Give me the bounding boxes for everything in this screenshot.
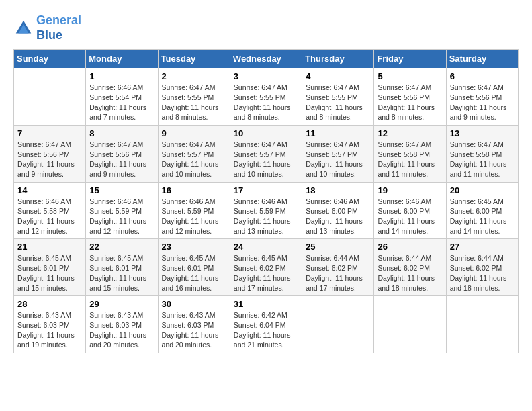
cell-info: Sunrise: 6:46 AMSunset: 5:59 PMDaylight:… <box>89 197 154 236</box>
cell-info: Sunrise: 6:46 AMSunset: 6:00 PMDaylight:… <box>378 197 442 236</box>
day-number: 30 <box>162 299 226 309</box>
day-number: 7 <box>17 128 82 138</box>
calendar-cell <box>446 296 518 353</box>
cell-info: Sunrise: 6:42 AMSunset: 6:04 PMDaylight:… <box>234 310 298 350</box>
calendar-cell: 30Sunrise: 6:43 AMSunset: 6:03 PMDayligh… <box>158 296 230 353</box>
day-number: 29 <box>89 299 154 309</box>
calendar-cell: 7Sunrise: 6:47 AMSunset: 5:56 PMDaylight… <box>14 125 86 182</box>
day-number: 10 <box>234 128 298 138</box>
calendar-cell <box>302 296 374 353</box>
calendar-cell: 24Sunrise: 6:45 AMSunset: 6:02 PMDayligh… <box>230 239 302 296</box>
cell-info: Sunrise: 6:47 AMSunset: 5:56 PMDaylight:… <box>378 83 442 122</box>
cell-info: Sunrise: 6:44 AMSunset: 6:02 PMDaylight:… <box>306 253 370 293</box>
day-number: 24 <box>234 242 298 252</box>
calendar-cell: 13Sunrise: 6:47 AMSunset: 5:58 PMDayligh… <box>446 125 518 182</box>
cell-info: Sunrise: 6:44 AMSunset: 6:02 PMDaylight:… <box>450 253 515 293</box>
calendar-cell: 6Sunrise: 6:47 AMSunset: 5:56 PMDaylight… <box>446 68 518 126</box>
day-number: 16 <box>162 185 226 195</box>
day-number: 12 <box>378 128 442 138</box>
day-number: 14 <box>17 185 82 195</box>
header-wednesday: Wednesday <box>230 50 302 68</box>
cell-info: Sunrise: 6:47 AMSunset: 5:58 PMDaylight:… <box>378 140 442 179</box>
day-number: 2 <box>162 71 226 81</box>
day-number: 6 <box>450 71 515 81</box>
cell-info: Sunrise: 6:47 AMSunset: 5:57 PMDaylight:… <box>162 140 226 179</box>
header-saturday: Saturday <box>446 50 518 68</box>
calendar-cell: 28Sunrise: 6:43 AMSunset: 6:03 PMDayligh… <box>14 296 86 353</box>
day-number: 1 <box>89 71 154 81</box>
cell-info: Sunrise: 6:47 AMSunset: 5:56 PMDaylight:… <box>17 140 82 179</box>
cell-info: Sunrise: 6:46 AMSunset: 5:54 PMDaylight:… <box>89 83 154 122</box>
header-thursday: Thursday <box>302 50 374 68</box>
logo-text: General Blue <box>36 13 81 42</box>
logo-icon <box>13 18 34 38</box>
day-number: 11 <box>306 128 370 138</box>
calendar-cell <box>374 296 446 353</box>
cell-info: Sunrise: 6:47 AMSunset: 5:58 PMDaylight:… <box>450 140 515 179</box>
day-number: 26 <box>378 242 442 252</box>
header-tuesday: Tuesday <box>158 50 230 68</box>
day-number: 27 <box>450 242 515 252</box>
day-number: 5 <box>378 71 442 81</box>
cell-info: Sunrise: 6:46 AMSunset: 6:00 PMDaylight:… <box>306 197 370 236</box>
calendar-cell: 1Sunrise: 6:46 AMSunset: 5:54 PMDaylight… <box>86 68 158 126</box>
calendar-cell: 17Sunrise: 6:46 AMSunset: 5:59 PMDayligh… <box>230 182 302 239</box>
day-number: 31 <box>234 299 298 309</box>
calendar-cell: 12Sunrise: 6:47 AMSunset: 5:58 PMDayligh… <box>374 125 446 182</box>
calendar-cell: 20Sunrise: 6:45 AMSunset: 6:00 PMDayligh… <box>446 182 518 239</box>
cell-info: Sunrise: 6:43 AMSunset: 6:03 PMDaylight:… <box>162 310 226 350</box>
calendar-cell: 27Sunrise: 6:44 AMSunset: 6:02 PMDayligh… <box>446 239 518 296</box>
calendar-cell: 9Sunrise: 6:47 AMSunset: 5:57 PMDaylight… <box>158 125 230 182</box>
calendar-week-row: 14Sunrise: 6:46 AMSunset: 5:58 PMDayligh… <box>14 182 519 239</box>
calendar-cell: 26Sunrise: 6:44 AMSunset: 6:02 PMDayligh… <box>374 239 446 296</box>
calendar-cell: 4Sunrise: 6:47 AMSunset: 5:55 PMDaylight… <box>302 68 374 126</box>
calendar-cell: 8Sunrise: 6:47 AMSunset: 5:56 PMDaylight… <box>86 125 158 182</box>
header-friday: Friday <box>374 50 446 68</box>
cell-info: Sunrise: 6:47 AMSunset: 5:57 PMDaylight:… <box>234 140 298 179</box>
day-number: 17 <box>234 185 298 195</box>
calendar-cell: 25Sunrise: 6:44 AMSunset: 6:02 PMDayligh… <box>302 239 374 296</box>
day-number: 3 <box>234 71 298 81</box>
calendar-week-row: 1Sunrise: 6:46 AMSunset: 5:54 PMDaylight… <box>14 68 519 126</box>
logo: General Blue <box>13 13 81 42</box>
page-header: General Blue <box>13 13 519 42</box>
calendar-week-row: 7Sunrise: 6:47 AMSunset: 5:56 PMDaylight… <box>14 125 519 182</box>
day-number: 8 <box>89 128 154 138</box>
calendar-cell: 22Sunrise: 6:45 AMSunset: 6:01 PMDayligh… <box>86 239 158 296</box>
cell-info: Sunrise: 6:43 AMSunset: 6:03 PMDaylight:… <box>17 310 82 350</box>
cell-info: Sunrise: 6:45 AMSunset: 6:02 PMDaylight:… <box>234 253 298 293</box>
cell-info: Sunrise: 6:47 AMSunset: 5:56 PMDaylight:… <box>450 83 515 122</box>
calendar-cell: 31Sunrise: 6:42 AMSunset: 6:04 PMDayligh… <box>230 296 302 353</box>
calendar-cell: 2Sunrise: 6:47 AMSunset: 5:55 PMDaylight… <box>158 68 230 126</box>
calendar-cell: 16Sunrise: 6:46 AMSunset: 5:59 PMDayligh… <box>158 182 230 239</box>
calendar-cell: 3Sunrise: 6:47 AMSunset: 5:55 PMDaylight… <box>230 68 302 126</box>
calendar-cell: 15Sunrise: 6:46 AMSunset: 5:59 PMDayligh… <box>86 182 158 239</box>
calendar-cell: 14Sunrise: 6:46 AMSunset: 5:58 PMDayligh… <box>14 182 86 239</box>
day-number: 4 <box>306 71 370 81</box>
cell-info: Sunrise: 6:47 AMSunset: 5:55 PMDaylight:… <box>162 83 226 122</box>
calendar-cell <box>14 68 86 126</box>
header-monday: Monday <box>86 50 158 68</box>
cell-info: Sunrise: 6:46 AMSunset: 5:59 PMDaylight:… <box>234 197 298 236</box>
day-number: 21 <box>17 242 82 252</box>
cell-info: Sunrise: 6:47 AMSunset: 5:57 PMDaylight:… <box>306 140 370 179</box>
calendar-cell: 19Sunrise: 6:46 AMSunset: 6:00 PMDayligh… <box>374 182 446 239</box>
calendar-cell: 18Sunrise: 6:46 AMSunset: 6:00 PMDayligh… <box>302 182 374 239</box>
cell-info: Sunrise: 6:44 AMSunset: 6:02 PMDaylight:… <box>378 253 442 293</box>
day-number: 18 <box>306 185 370 195</box>
calendar-cell: 29Sunrise: 6:43 AMSunset: 6:03 PMDayligh… <box>86 296 158 353</box>
cell-info: Sunrise: 6:43 AMSunset: 6:03 PMDaylight:… <box>89 310 154 350</box>
day-number: 28 <box>17 299 82 309</box>
day-number: 13 <box>450 128 515 138</box>
calendar-week-row: 28Sunrise: 6:43 AMSunset: 6:03 PMDayligh… <box>14 296 519 353</box>
cell-info: Sunrise: 6:46 AMSunset: 5:58 PMDaylight:… <box>17 197 82 236</box>
day-number: 23 <box>162 242 226 252</box>
calendar-cell: 11Sunrise: 6:47 AMSunset: 5:57 PMDayligh… <box>302 125 374 182</box>
cell-info: Sunrise: 6:46 AMSunset: 5:59 PMDaylight:… <box>162 197 226 236</box>
calendar-cell: 10Sunrise: 6:47 AMSunset: 5:57 PMDayligh… <box>230 125 302 182</box>
calendar-table: SundayMondayTuesdayWednesdayThursdayFrid… <box>13 49 519 353</box>
cell-info: Sunrise: 6:47 AMSunset: 5:55 PMDaylight:… <box>306 83 370 122</box>
day-number: 20 <box>450 185 515 195</box>
calendar-week-row: 21Sunrise: 6:45 AMSunset: 6:01 PMDayligh… <box>14 239 519 296</box>
calendar-cell: 23Sunrise: 6:45 AMSunset: 6:01 PMDayligh… <box>158 239 230 296</box>
